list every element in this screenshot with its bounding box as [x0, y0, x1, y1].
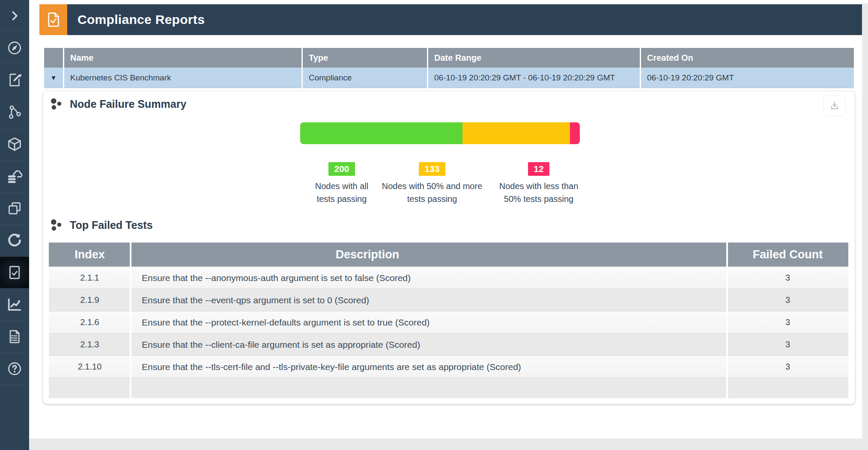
page-background-right: [862, 3, 868, 450]
app-window: Compliance Reports Name Type Date Range …: [0, 0, 868, 450]
node-failure-bar: [300, 122, 580, 144]
reports-col-date-range: Date Range: [428, 48, 640, 68]
cube-icon: [6, 136, 23, 153]
test-description: Ensure that the --client-ca-file argumen…: [142, 334, 420, 355]
page-header: Compliance Reports: [39, 4, 862, 35]
download-icon: [829, 100, 840, 111]
failed-test-empty-row: [49, 378, 848, 398]
page-background-bottom: [29, 438, 868, 450]
sidebar-item-sessions[interactable]: [0, 225, 29, 257]
report-created-on-cell: 06-10-19 20:20:29 GMT: [641, 68, 854, 88]
legend-label: Nodes with 50% and more tests passing: [381, 180, 483, 205]
sidebar-item-navigation[interactable]: [0, 32, 29, 64]
page-title: Compliance Reports: [78, 12, 205, 27]
help-circle-icon: [6, 361, 23, 377]
node-failure-summary-heading: Node Failure Summary: [49, 97, 186, 111]
sync-icon: [6, 232, 23, 249]
document-check-icon: [45, 11, 63, 29]
legend-item-pass-below-50: 12 Nodes with less than 50% tests passin…: [483, 162, 594, 205]
sidebar-item-network[interactable]: [0, 96, 29, 128]
sidebar-item-namespaces[interactable]: [0, 192, 29, 225]
reports-col-type: Type: [303, 48, 427, 68]
reports-col-created-on: Created On: [641, 48, 854, 68]
sidebar-item-expand[interactable]: [0, 0, 29, 32]
report-detail-card: Node Failure Summary 200 Nodes with all …: [43, 91, 855, 404]
bar-segment-0: [300, 122, 462, 144]
reports-col-expander: [44, 48, 63, 68]
test-failed-count: 3: [727, 289, 848, 311]
failed-col-description: Description: [131, 243, 604, 266]
test-failed-count: 3: [727, 267, 848, 289]
sidebar-item-assets[interactable]: [0, 128, 29, 160]
reports-table: Name Type Date Range Created On ▼ Kubern…: [44, 48, 854, 88]
download-report-button[interactable]: [823, 95, 846, 116]
failed-col-index: Index: [49, 243, 131, 266]
count-badge-yellow: 133: [419, 162, 445, 176]
checklist-document-icon: [6, 329, 23, 345]
section-title: Top Failed Tests: [70, 219, 153, 231]
network-graph-icon: [6, 104, 23, 120]
top-failed-tests-table: Index Description Failed Count 2.1.1 Ens…: [49, 243, 848, 398]
title-bar: Compliance Reports: [67, 4, 862, 35]
failed-col-count: Failed Count: [727, 243, 848, 266]
test-failed-count: 3: [727, 311, 848, 333]
legend-label: Nodes with less than 50% tests passing: [489, 180, 588, 205]
sidebar-item-registries[interactable]: [0, 160, 29, 192]
test-index: 2.1.10: [49, 356, 131, 378]
sidebar-item-policy[interactable]: [0, 64, 29, 96]
count-badge-pink: 12: [528, 162, 549, 176]
cloud-database-icon: [6, 168, 23, 185]
failed-test-row[interactable]: 2.1.10 Ensure that the --tls-cert-file a…: [49, 355, 848, 378]
report-date-range-cell: 06-10-19 20:20:29 GMT - 06-10-19 20:20:2…: [428, 68, 640, 88]
test-index: 2.1.3: [49, 334, 131, 355]
section-title: Node Failure Summary: [70, 98, 186, 110]
bar-segment-2: [570, 122, 580, 144]
test-description: Ensure that the --anonymous-auth argumen…: [142, 267, 411, 289]
legend-item-pass-50-plus: 133 Nodes with 50% and more tests passin…: [372, 162, 492, 205]
report-type-cell: Compliance: [303, 68, 427, 88]
test-failed-count: 3: [727, 334, 848, 355]
failed-test-row[interactable]: 2.1.9 Ensure that the --event-qps argume…: [49, 289, 848, 311]
document-check-icon: [6, 264, 23, 281]
top-failed-tests-heading: Top Failed Tests: [49, 218, 153, 232]
report-name-cell[interactable]: Kubernetes CIS Benchmark: [64, 68, 301, 88]
test-failed-count: 3: [727, 356, 848, 378]
test-index: 2.1.1: [49, 267, 131, 289]
line-chart-icon: [6, 296, 23, 313]
failed-test-row[interactable]: 2.1.3 Ensure that the --client-ca-file a…: [49, 333, 848, 355]
row-expander-toggle[interactable]: ▼: [44, 68, 63, 88]
test-description: Ensure that the --tls-cert-file and --tl…: [142, 356, 521, 378]
compliance-report-badge: [39, 4, 67, 35]
layers-icon: [6, 200, 23, 216]
hexagons-icon: [49, 218, 63, 232]
hexagons-icon: [49, 97, 63, 111]
bar-segment-1: [462, 122, 570, 144]
sidebar: [0, 0, 29, 450]
test-description: Ensure that the --event-qps argument is …: [142, 289, 369, 311]
compass-icon: [6, 40, 23, 56]
failed-test-row[interactable]: 2.1.1 Ensure that the --anonymous-auth a…: [49, 266, 848, 289]
failed-tests-header-row: Index Description Failed Count: [49, 243, 848, 266]
chevron-right-icon: [8, 9, 21, 22]
test-description: Ensure that the --protect-kernel-default…: [142, 311, 430, 333]
reports-col-name: Name: [64, 48, 301, 68]
failed-test-row[interactable]: 2.1.6 Ensure that the --protect-kernel-d…: [49, 311, 848, 333]
test-index: 2.1.9: [49, 289, 131, 311]
document-edit-icon: [6, 72, 23, 88]
count-badge-green: 200: [328, 162, 355, 176]
sidebar-item-compliance-reports[interactable]: [0, 257, 29, 289]
sidebar-item-bench-reports[interactable]: [0, 289, 29, 321]
sidebar-item-help[interactable]: [0, 353, 29, 385]
test-index: 2.1.6: [49, 311, 131, 333]
legend-label: Nodes with all tests passing: [307, 180, 376, 205]
sidebar-item-audit[interactable]: [0, 321, 29, 353]
